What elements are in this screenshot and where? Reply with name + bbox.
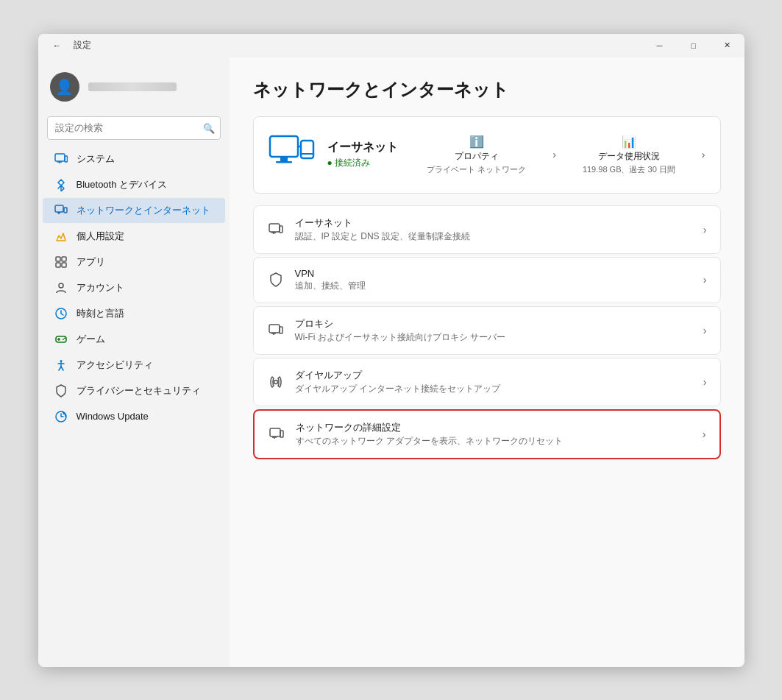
settings-item-proxy[interactable]: プロキシ Wi-Fi およびイーサネット接続向けプロキシ サーバー › bbox=[253, 306, 721, 355]
search-container: 🔍 bbox=[47, 116, 221, 140]
svg-rect-7 bbox=[64, 208, 67, 213]
advanced-icon bbox=[268, 425, 285, 443]
sidebar-item-gaming[interactable]: ゲーム bbox=[43, 327, 225, 352]
sidebar-items: システム Bluetooth とデバイス ネットワークとインターネット 個人用設… bbox=[38, 146, 230, 430]
svg-rect-3 bbox=[65, 156, 68, 162]
sidebar-item-accessibility[interactable]: アクセシビリティ bbox=[43, 353, 225, 378]
network-large-icon bbox=[269, 133, 316, 177]
sidebar-item-update[interactable]: Windows Update bbox=[43, 404, 225, 429]
advanced-text: ネットワークの詳細設定 すべてのネットワーク アダプターを表示、ネットワークのリ… bbox=[296, 421, 692, 448]
avatar: 👤 bbox=[50, 72, 79, 102]
gaming-icon bbox=[54, 333, 68, 346]
sidebar-item-privacy[interactable]: プライバシーとセキュリティ bbox=[43, 378, 225, 403]
main-layout: 👤 🔍 システム Bluetooth とデバイス ネットワークとインターネット … bbox=[38, 57, 744, 667]
dialup-text: ダイヤルアップ ダイヤルアップ インターネット接続をセットアップ bbox=[295, 369, 693, 395]
username-display bbox=[88, 82, 177, 91]
network-status-card[interactable]: イーサネット 接続済み ℹ️ プロパティ プライベート ネットワーク › 📊 デ… bbox=[253, 116, 721, 194]
action-label-0: プロパティ bbox=[455, 150, 499, 163]
accounts-icon bbox=[54, 281, 68, 294]
svg-rect-45 bbox=[280, 431, 283, 437]
window-controls: ─ □ ✕ bbox=[643, 34, 744, 57]
svg-rect-0 bbox=[55, 154, 65, 161]
close-button[interactable]: ✕ bbox=[711, 34, 744, 57]
back-button[interactable]: ← bbox=[47, 35, 68, 56]
dialup-title: ダイヤルアップ bbox=[295, 369, 693, 382]
action-icon-0: ℹ️ bbox=[469, 135, 484, 149]
sidebar-item-apps[interactable]: アプリ bbox=[43, 250, 225, 275]
bluetooth-icon bbox=[54, 178, 68, 191]
dialup-desc: ダイヤルアップ インターネット接続をセットアップ bbox=[295, 383, 693, 395]
svg-rect-35 bbox=[280, 226, 282, 233]
minimize-button[interactable]: ─ bbox=[643, 34, 677, 57]
svg-rect-26 bbox=[270, 136, 298, 157]
network-name: イーサネット bbox=[327, 140, 407, 155]
settings-item-advanced[interactable]: ネットワークの詳細設定 すべてのネットワーク アダプターを表示、ネットワークのリ… bbox=[253, 409, 721, 459]
svg-rect-28 bbox=[276, 161, 292, 163]
svg-rect-12 bbox=[62, 263, 66, 267]
personal-icon bbox=[54, 230, 68, 243]
network-status: 接続済み bbox=[327, 157, 407, 169]
dialup-icon bbox=[267, 373, 285, 391]
page-title: ネットワークとインターネット bbox=[253, 78, 721, 102]
sidebar-item-label: アクセシビリティ bbox=[77, 358, 153, 372]
network-status-info: イーサネット 接続済み bbox=[327, 140, 407, 169]
time-icon bbox=[54, 307, 68, 320]
advanced-title: ネットワークの詳細設定 bbox=[296, 421, 692, 434]
sidebar-item-label: 時刻と言語 bbox=[77, 307, 124, 320]
svg-rect-29 bbox=[301, 141, 313, 158]
search-input[interactable] bbox=[47, 116, 221, 140]
vpn-desc: 追加、接続、管理 bbox=[295, 280, 693, 292]
settings-list: イーサネット 認証、IP 設定と DNS 設定、従量制課金接続 › VPN 追加… bbox=[253, 205, 721, 459]
sidebar-item-label: Windows Update bbox=[77, 411, 149, 422]
svg-line-24 bbox=[61, 367, 63, 370]
maximize-button[interactable]: □ bbox=[677, 34, 711, 57]
sidebar-item-bluetooth[interactable]: Bluetooth とデバイス bbox=[43, 172, 225, 197]
search-icon: 🔍 bbox=[203, 122, 215, 133]
svg-rect-27 bbox=[280, 158, 288, 161]
settings-item-ethernet[interactable]: イーサネット 認証、IP 設定と DNS 設定、従量制課金接続 › bbox=[253, 205, 721, 254]
titlebar: ← 設定 ─ □ ✕ bbox=[38, 34, 744, 57]
accessibility-icon bbox=[54, 358, 68, 372]
advanced-arrow: › bbox=[703, 428, 706, 440]
advanced-desc: すべてのネットワーク アダプターを表示、ネットワークのリセット bbox=[296, 435, 692, 448]
ethernet-title: イーサネット bbox=[295, 216, 693, 230]
network-action-0[interactable]: ℹ️ プロパティ プライベート ネットワーク bbox=[418, 129, 535, 181]
svg-rect-37 bbox=[269, 325, 280, 333]
svg-point-18 bbox=[63, 339, 64, 340]
sidebar-item-network[interactable]: ネットワークとインターネット bbox=[43, 198, 225, 223]
svg-rect-42 bbox=[270, 428, 280, 436]
ethernet-desc: 認証、IP 設定と DNS 設定、従量制課金接続 bbox=[295, 230, 693, 243]
apps-icon bbox=[54, 255, 68, 269]
sidebar-item-label: システム bbox=[77, 152, 115, 166]
settings-window: ← 設定 ─ □ ✕ 👤 🔍 システム Bluetooth と bbox=[38, 34, 744, 667]
content-area: ネットワークとインターネット bbox=[230, 57, 744, 667]
system-icon bbox=[54, 152, 68, 166]
proxy-icon bbox=[267, 322, 285, 339]
sidebar-item-label: 個人用設定 bbox=[77, 230, 124, 243]
svg-rect-32 bbox=[269, 224, 280, 232]
sidebar-item-label: プライバシーとセキュリティ bbox=[77, 384, 201, 397]
titlebar-title: 設定 bbox=[74, 39, 91, 52]
svg-point-19 bbox=[64, 337, 65, 339]
user-profile[interactable]: 👤 bbox=[38, 63, 230, 113]
action-chevron-final: › bbox=[702, 149, 705, 160]
svg-rect-10 bbox=[62, 257, 66, 261]
vpn-title: VPN bbox=[295, 268, 693, 279]
vpn-arrow: › bbox=[703, 274, 707, 286]
sidebar-item-accounts[interactable]: アカウント bbox=[43, 275, 225, 300]
privacy-icon bbox=[54, 384, 68, 397]
settings-item-vpn[interactable]: VPN 追加、接続、管理 › bbox=[253, 257, 721, 303]
svg-line-23 bbox=[59, 367, 61, 370]
sidebar-item-label: ネットワークとインターネット bbox=[77, 204, 210, 217]
update-icon bbox=[54, 410, 68, 423]
network-action-1[interactable]: 📊 データ使用状況 119.98 GB、過去 30 日間 bbox=[574, 129, 684, 181]
svg-rect-4 bbox=[55, 205, 63, 212]
settings-item-dialup[interactable]: ダイヤルアップ ダイヤルアップ インターネット接続をセットアップ › bbox=[253, 358, 721, 406]
dialup-arrow: › bbox=[703, 376, 707, 388]
proxy-title: プロキシ bbox=[295, 317, 693, 330]
sidebar-item-time[interactable]: 時刻と言語 bbox=[43, 301, 225, 326]
proxy-arrow: › bbox=[703, 325, 707, 336]
sidebar-item-system[interactable]: システム bbox=[43, 146, 225, 172]
sidebar-item-personal[interactable]: 個人用設定 bbox=[43, 224, 225, 249]
svg-rect-9 bbox=[56, 257, 60, 261]
